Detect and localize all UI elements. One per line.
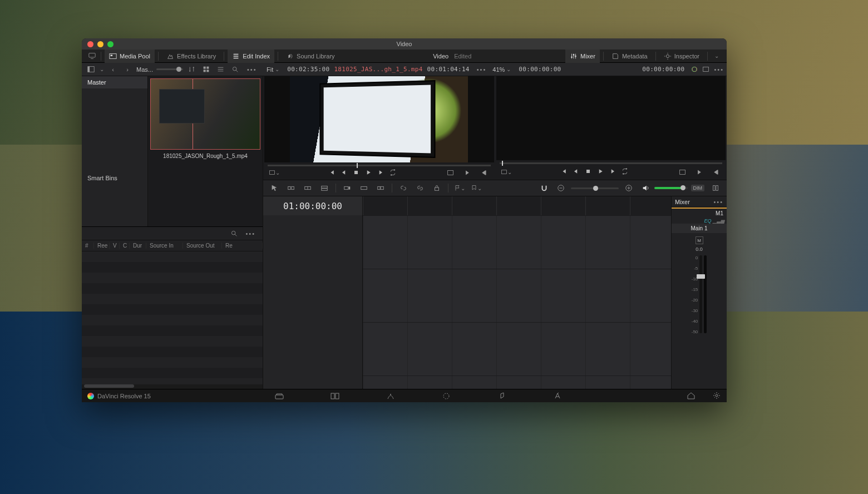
program-scrub-bar[interactable] [500,162,723,164]
mixer-eq-label[interactable]: EQ [704,218,711,224]
p-goto-start-icon[interactable] [560,168,567,176]
sort-icon[interactable] [186,64,198,75]
snap-icon[interactable] [539,182,550,194]
replace-clip-icon[interactable] [319,182,330,194]
zoom-slider[interactable] [571,187,619,189]
source-options-icon[interactable]: ••• [474,66,490,73]
page-color-icon[interactable] [441,391,451,401]
grid-view-icon[interactable] [201,64,212,75]
sidebar-toggle-icon[interactable] [85,64,96,75]
speaker-icon[interactable] [640,182,651,194]
program-mode-icon[interactable]: ⌄ [501,166,512,177]
p-loop-icon[interactable] [622,168,628,176]
program-viewer-screen[interactable] [496,76,726,160]
p-step-fwd-icon[interactable] [609,168,616,176]
ei-col-reel[interactable]: Ree [94,243,110,249]
p-goto-in-icon[interactable] [693,166,704,177]
unlink-icon[interactable] [398,182,409,194]
ei-col-num[interactable]: # [82,243,94,249]
fader-slider[interactable] [699,255,702,333]
page-deliver-icon[interactable] [553,391,563,401]
ei-col-srcout[interactable]: Source Out [183,243,222,249]
page-edit-icon[interactable] [330,391,340,401]
match-frame-icon[interactable] [445,167,456,179]
ei-col-srcin[interactable]: Source In [146,243,183,249]
page-fairlight-icon[interactable] [497,391,507,401]
timeline-timecode[interactable]: 01:00:00:00 [263,196,363,215]
p-play-icon[interactable] [597,168,604,176]
zoom-out-icon[interactable] [555,182,566,194]
edit-index-header[interactable]: # Ree V C Dur Source In Source Out Re [82,240,263,251]
list-view-icon[interactable] [215,64,226,75]
p-stop-icon[interactable] [585,168,591,176]
mute-button[interactable]: M [696,236,703,244]
program-zoom-dropdown[interactable]: 41%⌄ [489,66,514,73]
goto-in-icon[interactable] [462,167,473,179]
nav-forward-icon[interactable]: › [122,64,133,75]
track-headers[interactable] [263,215,363,389]
workspace-effects-library[interactable]: Effects Library [162,50,220,63]
bin-smart-bins[interactable]: Smart Bins [82,172,147,184]
volume-slider[interactable] [654,187,688,189]
loop-icon[interactable] [389,169,396,177]
timeline-tracks[interactable] [363,215,671,389]
clip-item[interactable]: 181025_JASON_Rough_1_5.mp4 [150,78,260,159]
fit-to-fill-icon[interactable] [375,182,386,194]
workspace-edit-index[interactable]: Edit Index [228,50,274,63]
program-options-icon[interactable]: ••• [711,66,727,73]
lock-icon[interactable] [431,182,442,194]
goto-start-icon[interactable] [328,169,335,177]
dropdown-icon[interactable]: ⌄ [100,66,104,72]
p-match-frame-icon[interactable] [677,166,688,177]
titlebar[interactable]: Video [82,38,727,50]
step-fwd-icon[interactable] [377,169,384,177]
mixer-options-icon[interactable]: ••• [713,199,723,205]
source-scrub-bar[interactable] [268,165,491,166]
dim-button[interactable]: DIM [691,185,705,191]
workspace-mixer[interactable]: Mixer [565,50,600,63]
media-pool-options-icon[interactable]: ••• [244,66,260,73]
play-icon[interactable] [365,169,372,177]
settings-icon[interactable] [712,391,721,401]
source-mode-icon[interactable]: ⌄ [269,167,280,179]
expand-dropdown[interactable]: ⌄ [711,51,722,62]
workspace-sound-library[interactable]: Sound Library [282,50,339,63]
clip-browser[interactable]: 181025_JASON_Rough_1_5.mp4 [148,76,263,226]
workspace-media-pool[interactable]: Media Pool [105,50,155,63]
clip-thumbnail[interactable] [150,78,260,150]
bin-path[interactable]: Mas... [136,66,153,73]
home-icon[interactable] [687,391,696,401]
stop-icon[interactable] [353,169,359,177]
page-media-icon[interactable] [274,391,284,401]
source-viewer-screen[interactable] [264,76,494,162]
ei-col-dur[interactable]: Dur [130,243,146,249]
edit-index-options-icon[interactable]: ••• [243,230,258,237]
arrow-tool-icon[interactable] [269,182,280,194]
safe-area-icon[interactable] [700,64,711,75]
edit-index-search-icon[interactable] [228,228,239,239]
step-back-icon[interactable] [341,169,347,177]
ei-col-v[interactable]: V [110,243,120,249]
search-icon[interactable] [230,64,241,75]
goto-out-icon[interactable] [479,167,490,179]
insert-clip-icon[interactable] [285,182,297,194]
p-goto-out-icon[interactable] [710,166,721,177]
ripple-overwrite-icon[interactable] [358,182,369,194]
edit-index-hscroll[interactable] [82,384,263,389]
edit-index-rows[interactable] [82,251,263,384]
bin-master[interactable]: Master [82,76,147,88]
app-brand[interactable]: DaVinci Resolve 15 [87,393,151,399]
source-zoom-dropdown[interactable]: Fit⌄ [263,66,283,73]
monitor-icon[interactable] [86,51,97,62]
ei-col-rec[interactable]: Re [222,243,263,249]
p-step-back-icon[interactable] [573,168,579,176]
zoom-in-icon[interactable] [623,182,634,194]
flag-icon[interactable]: ⌄ [454,182,465,194]
thumbnail-size-slider[interactable] [156,68,183,70]
overwrite-clip-icon[interactable] [302,182,313,194]
marker-icon[interactable]: ⌄ [471,182,482,194]
workspace-metadata[interactable]: Metadata [607,50,652,63]
timeline-options-icon[interactable] [710,182,721,194]
ei-col-c[interactable]: C [120,243,130,249]
append-icon[interactable] [342,182,353,194]
